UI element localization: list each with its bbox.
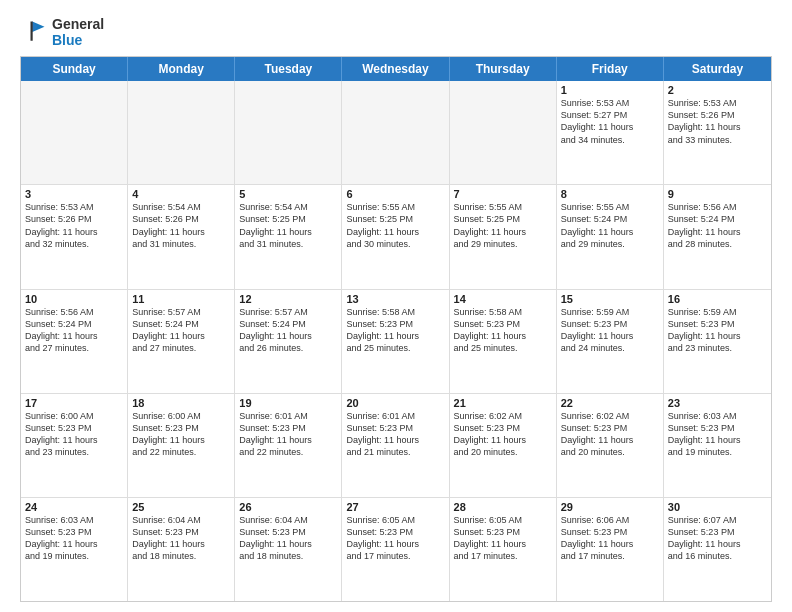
day-info: Sunrise: 6:05 AM Sunset: 5:23 PM Dayligh… — [346, 514, 444, 563]
calendar-cell: 27Sunrise: 6:05 AM Sunset: 5:23 PM Dayli… — [342, 498, 449, 601]
weekday-header: Sunday — [21, 57, 128, 81]
day-info: Sunrise: 5:53 AM Sunset: 5:27 PM Dayligh… — [561, 97, 659, 146]
day-info: Sunrise: 5:56 AM Sunset: 5:24 PM Dayligh… — [668, 201, 767, 250]
calendar-cell — [450, 81, 557, 184]
calendar-cell: 6Sunrise: 5:55 AM Sunset: 5:25 PM Daylig… — [342, 185, 449, 288]
calendar-cell: 5Sunrise: 5:54 AM Sunset: 5:25 PM Daylig… — [235, 185, 342, 288]
calendar-cell: 20Sunrise: 6:01 AM Sunset: 5:23 PM Dayli… — [342, 394, 449, 497]
day-number: 18 — [132, 397, 230, 409]
calendar-cell: 8Sunrise: 5:55 AM Sunset: 5:24 PM Daylig… — [557, 185, 664, 288]
calendar-cell: 28Sunrise: 6:05 AM Sunset: 5:23 PM Dayli… — [450, 498, 557, 601]
day-number: 23 — [668, 397, 767, 409]
weekday-header: Saturday — [664, 57, 771, 81]
calendar-cell: 4Sunrise: 5:54 AM Sunset: 5:26 PM Daylig… — [128, 185, 235, 288]
day-info: Sunrise: 6:01 AM Sunset: 5:23 PM Dayligh… — [239, 410, 337, 459]
day-info: Sunrise: 6:02 AM Sunset: 5:23 PM Dayligh… — [454, 410, 552, 459]
day-info: Sunrise: 5:59 AM Sunset: 5:23 PM Dayligh… — [561, 306, 659, 355]
header: General Blue — [20, 16, 772, 48]
calendar-cell: 14Sunrise: 5:58 AM Sunset: 5:23 PM Dayli… — [450, 290, 557, 393]
day-info: Sunrise: 6:00 AM Sunset: 5:23 PM Dayligh… — [132, 410, 230, 459]
day-number: 1 — [561, 84, 659, 96]
day-number: 30 — [668, 501, 767, 513]
calendar-week-row: 1Sunrise: 5:53 AM Sunset: 5:27 PM Daylig… — [21, 81, 771, 185]
calendar-cell: 7Sunrise: 5:55 AM Sunset: 5:25 PM Daylig… — [450, 185, 557, 288]
day-number: 2 — [668, 84, 767, 96]
day-info: Sunrise: 6:02 AM Sunset: 5:23 PM Dayligh… — [561, 410, 659, 459]
logo-text: General Blue — [52, 16, 104, 48]
day-number: 28 — [454, 501, 552, 513]
day-number: 6 — [346, 188, 444, 200]
day-info: Sunrise: 5:58 AM Sunset: 5:23 PM Dayligh… — [454, 306, 552, 355]
day-number: 10 — [25, 293, 123, 305]
logo: General Blue — [20, 16, 104, 48]
day-number: 9 — [668, 188, 767, 200]
calendar-cell: 3Sunrise: 5:53 AM Sunset: 5:26 PM Daylig… — [21, 185, 128, 288]
calendar-week-row: 3Sunrise: 5:53 AM Sunset: 5:26 PM Daylig… — [21, 185, 771, 289]
calendar-cell: 21Sunrise: 6:02 AM Sunset: 5:23 PM Dayli… — [450, 394, 557, 497]
calendar-body: 1Sunrise: 5:53 AM Sunset: 5:27 PM Daylig… — [21, 81, 771, 601]
weekday-header: Thursday — [450, 57, 557, 81]
day-info: Sunrise: 5:55 AM Sunset: 5:25 PM Dayligh… — [346, 201, 444, 250]
calendar-cell: 9Sunrise: 5:56 AM Sunset: 5:24 PM Daylig… — [664, 185, 771, 288]
calendar-cell: 19Sunrise: 6:01 AM Sunset: 5:23 PM Dayli… — [235, 394, 342, 497]
day-info: Sunrise: 5:55 AM Sunset: 5:24 PM Dayligh… — [561, 201, 659, 250]
day-info: Sunrise: 5:54 AM Sunset: 5:26 PM Dayligh… — [132, 201, 230, 250]
day-number: 14 — [454, 293, 552, 305]
day-number: 5 — [239, 188, 337, 200]
calendar-week-row: 24Sunrise: 6:03 AM Sunset: 5:23 PM Dayli… — [21, 498, 771, 601]
day-info: Sunrise: 6:06 AM Sunset: 5:23 PM Dayligh… — [561, 514, 659, 563]
day-info: Sunrise: 5:59 AM Sunset: 5:23 PM Dayligh… — [668, 306, 767, 355]
weekday-header: Monday — [128, 57, 235, 81]
day-number: 25 — [132, 501, 230, 513]
day-info: Sunrise: 5:54 AM Sunset: 5:25 PM Dayligh… — [239, 201, 337, 250]
calendar-cell: 22Sunrise: 6:02 AM Sunset: 5:23 PM Dayli… — [557, 394, 664, 497]
calendar: SundayMondayTuesdayWednesdayThursdayFrid… — [20, 56, 772, 602]
day-info: Sunrise: 6:00 AM Sunset: 5:23 PM Dayligh… — [25, 410, 123, 459]
day-info: Sunrise: 6:05 AM Sunset: 5:23 PM Dayligh… — [454, 514, 552, 563]
calendar-cell: 17Sunrise: 6:00 AM Sunset: 5:23 PM Dayli… — [21, 394, 128, 497]
calendar-cell: 26Sunrise: 6:04 AM Sunset: 5:23 PM Dayli… — [235, 498, 342, 601]
calendar-cell: 24Sunrise: 6:03 AM Sunset: 5:23 PM Dayli… — [21, 498, 128, 601]
weekday-header: Wednesday — [342, 57, 449, 81]
calendar-cell: 15Sunrise: 5:59 AM Sunset: 5:23 PM Dayli… — [557, 290, 664, 393]
logo-icon — [20, 18, 48, 46]
day-number: 20 — [346, 397, 444, 409]
calendar-cell — [342, 81, 449, 184]
day-number: 16 — [668, 293, 767, 305]
calendar-cell — [128, 81, 235, 184]
day-info: Sunrise: 5:56 AM Sunset: 5:24 PM Dayligh… — [25, 306, 123, 355]
day-info: Sunrise: 5:55 AM Sunset: 5:25 PM Dayligh… — [454, 201, 552, 250]
calendar-week-row: 10Sunrise: 5:56 AM Sunset: 5:24 PM Dayli… — [21, 290, 771, 394]
day-number: 26 — [239, 501, 337, 513]
day-number: 8 — [561, 188, 659, 200]
day-number: 21 — [454, 397, 552, 409]
day-info: Sunrise: 6:04 AM Sunset: 5:23 PM Dayligh… — [132, 514, 230, 563]
day-number: 3 — [25, 188, 123, 200]
day-number: 22 — [561, 397, 659, 409]
calendar-cell: 30Sunrise: 6:07 AM Sunset: 5:23 PM Dayli… — [664, 498, 771, 601]
day-info: Sunrise: 5:57 AM Sunset: 5:24 PM Dayligh… — [132, 306, 230, 355]
calendar-cell: 16Sunrise: 5:59 AM Sunset: 5:23 PM Dayli… — [664, 290, 771, 393]
day-number: 17 — [25, 397, 123, 409]
calendar-cell: 11Sunrise: 5:57 AM Sunset: 5:24 PM Dayli… — [128, 290, 235, 393]
svg-rect-0 — [20, 18, 48, 46]
day-info: Sunrise: 6:04 AM Sunset: 5:23 PM Dayligh… — [239, 514, 337, 563]
calendar-week-row: 17Sunrise: 6:00 AM Sunset: 5:23 PM Dayli… — [21, 394, 771, 498]
calendar-cell: 2Sunrise: 5:53 AM Sunset: 5:26 PM Daylig… — [664, 81, 771, 184]
day-info: Sunrise: 5:57 AM Sunset: 5:24 PM Dayligh… — [239, 306, 337, 355]
calendar-cell: 10Sunrise: 5:56 AM Sunset: 5:24 PM Dayli… — [21, 290, 128, 393]
day-number: 7 — [454, 188, 552, 200]
page: General Blue SundayMondayTuesdayWednesda… — [0, 0, 792, 612]
calendar-cell — [235, 81, 342, 184]
day-number: 12 — [239, 293, 337, 305]
calendar-cell: 23Sunrise: 6:03 AM Sunset: 5:23 PM Dayli… — [664, 394, 771, 497]
day-info: Sunrise: 6:03 AM Sunset: 5:23 PM Dayligh… — [668, 410, 767, 459]
day-number: 15 — [561, 293, 659, 305]
day-number: 11 — [132, 293, 230, 305]
day-number: 13 — [346, 293, 444, 305]
calendar-header: SundayMondayTuesdayWednesdayThursdayFrid… — [21, 57, 771, 81]
day-info: Sunrise: 6:07 AM Sunset: 5:23 PM Dayligh… — [668, 514, 767, 563]
weekday-header: Friday — [557, 57, 664, 81]
calendar-cell: 25Sunrise: 6:04 AM Sunset: 5:23 PM Dayli… — [128, 498, 235, 601]
calendar-cell: 18Sunrise: 6:00 AM Sunset: 5:23 PM Dayli… — [128, 394, 235, 497]
